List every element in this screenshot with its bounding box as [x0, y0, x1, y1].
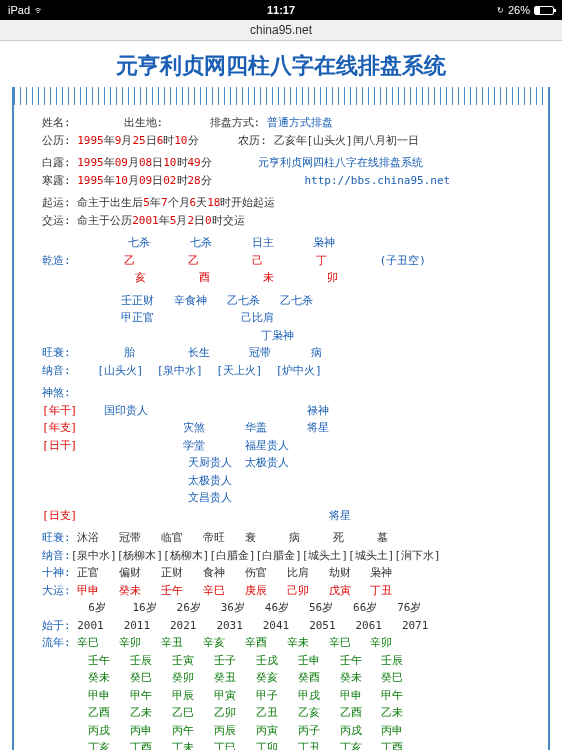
decorative-border: [12, 87, 550, 105]
battery-icon: [534, 6, 554, 15]
born-label: 出生地:: [124, 116, 164, 129]
page-title: 元亨利贞网四柱八字在线排盘系统: [0, 41, 562, 87]
pai-label: 排盘方式:: [210, 116, 261, 129]
status-time: 11:17: [267, 4, 295, 16]
url-bar[interactable]: china95.net: [0, 20, 562, 41]
bazi-content: 姓名: 出生地: 排盘方式: 普通方式排盘 公历: 1995年9月25日6时10…: [12, 105, 550, 750]
pai-val: 普通方式排盘: [267, 116, 333, 129]
ipad-status-bar: iPad ᯤ 11:17 ↻ 26%: [0, 0, 562, 20]
device-label: iPad: [8, 4, 30, 16]
liunian-grid: 流年: 辛巳 辛卯 辛丑 辛亥 辛酉 辛未 辛巳 辛卯 壬午 壬辰 壬寅 壬子 …: [42, 635, 520, 750]
name-label: 姓名:: [42, 116, 71, 129]
battery-pct: 26%: [508, 4, 530, 16]
wifi-icon: ᯤ: [34, 4, 45, 16]
